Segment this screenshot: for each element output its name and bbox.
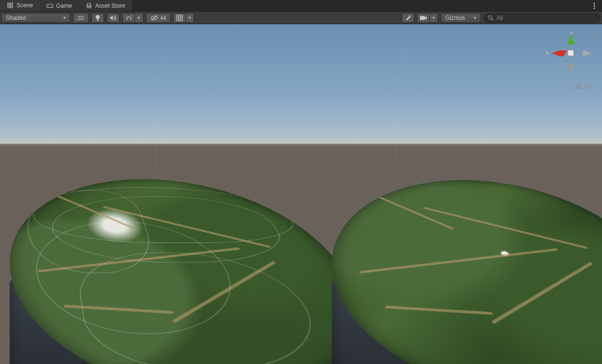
gizmos-dropdown[interactable]: Gizmos ▼ [441,13,481,23]
effects-icon [125,15,132,21]
tab-label: Scene [16,2,33,9]
draw-mode-label: Shaded [6,15,26,21]
grid-icon [176,15,183,21]
lighting-toggle[interactable] [91,13,104,23]
axis-x-label: x [546,49,549,55]
tab-menu-kebab-icon[interactable] [589,1,599,11]
camera-icon [420,15,427,21]
chevron-down-icon: ▼ [62,15,67,20]
svg-point-4 [594,5,595,7]
projection-icon [575,84,582,89]
scene-toolbar: Shaded ▼ 2D ▼ 44 [0,12,602,24]
lightbulb-icon [95,15,101,21]
search-icon [488,15,494,21]
game-icon [46,2,53,9]
camera-dropdown[interactable]: ▼ [429,13,438,23]
orientation-gizmo[interactable]: y x [549,31,593,76]
tab-scene[interactable]: Scene [0,0,40,11]
hidden-count: 44 [160,15,166,21]
svg-line-13 [492,19,493,20]
svg-rect-6 [97,20,99,21]
grid-segment: ▼ [173,13,194,23]
svg-rect-11 [420,16,425,20]
axis-x-cone-icon[interactable] [552,50,561,57]
tab-asset-store[interactable]: Asset Store [79,0,132,11]
tab-game[interactable]: Game [40,0,79,11]
svg-point-8 [131,15,132,16]
projection-toggle[interactable]: Iso [575,82,592,90]
axis-y-cone-icon[interactable] [567,34,575,45]
svg-point-5 [594,8,595,9]
grid-toggle[interactable] [173,13,186,23]
scene-icon [7,2,14,9]
horizon-line [0,143,602,145]
axis-yneg-cone-icon[interactable] [568,64,574,74]
svg-point-12 [489,15,492,19]
2d-toggle[interactable]: 2D [73,13,89,23]
grid-dropdown[interactable]: ▼ [185,13,194,23]
camera-segment: ▼ [417,13,438,23]
audio-toggle[interactable] [107,13,120,23]
scene-viewport[interactable]: y x Iso [0,24,602,364]
tab-bar: Scene Game Asset Store [0,0,602,12]
gizmo-center[interactable] [568,50,574,56]
axis-xneg-cone-icon[interactable] [583,50,592,57]
eye-off-icon [150,15,158,21]
tools-button[interactable] [402,13,414,23]
scene-search[interactable] [483,13,601,23]
search-input[interactable] [497,15,596,21]
svg-rect-0 [46,4,53,7]
svg-point-2 [51,5,52,6]
effects-dropdown[interactable]: ▼ [135,13,143,23]
tab-label: Asset Store [95,2,125,9]
effects-toggle[interactable] [122,13,135,23]
speaker-icon [110,15,117,21]
svg-rect-14 [594,35,598,38]
tab-label: Game [56,2,72,9]
projection-label: Iso [584,82,592,90]
chevron-down-icon: ▼ [137,15,141,20]
asset-store-icon [86,2,92,9]
camera-button[interactable] [417,13,430,23]
wrench-icon [405,15,411,21]
svg-point-3 [594,3,595,4]
chevron-down-icon: ▼ [473,15,477,20]
hidden-objects-toggle[interactable]: 44 [146,13,170,23]
svg-point-1 [48,5,49,6]
chevron-down-icon: ▼ [432,15,436,20]
2d-label: 2D [77,15,84,21]
gizmos-label: Gizmos [445,15,465,21]
effects-segment: ▼ [122,13,143,23]
chevron-down-icon: ▼ [188,15,192,20]
draw-mode-dropdown[interactable]: Shaded ▼ [1,13,70,23]
svg-point-7 [126,16,127,17]
gizmo-lock-icon[interactable] [593,32,599,38]
